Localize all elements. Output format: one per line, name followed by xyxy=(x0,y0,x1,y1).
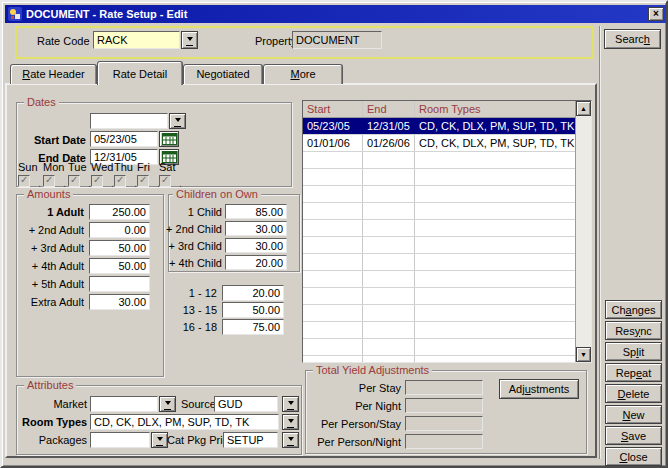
age-13-15-label: 13 - 15 xyxy=(166,304,217,317)
season-code-dropdown-icon[interactable] xyxy=(169,113,186,129)
table-row-empty[interactable] xyxy=(303,203,575,220)
amounts-group-title: Amounts xyxy=(24,188,73,200)
adjustments-button[interactable]: Adjustments xyxy=(499,379,579,399)
table-row-empty[interactable] xyxy=(303,220,575,237)
source-dropdown-icon[interactable] xyxy=(282,396,299,412)
tab-rate-header[interactable]: Rate Header xyxy=(10,64,97,84)
per-stay-label: Per Stay xyxy=(304,382,401,395)
scroll-down-icon[interactable]: ▼ xyxy=(576,347,591,362)
amounts-5th-adult-label: + 5th Adult xyxy=(12,278,84,291)
day-fri-checkbox[interactable] xyxy=(137,175,149,187)
new-button[interactable]: New xyxy=(605,405,662,424)
day-wed-checkbox[interactable] xyxy=(91,175,103,187)
table-row-empty[interactable] xyxy=(303,271,575,288)
yield-group-title: Total Yield Adjustments xyxy=(313,364,432,376)
children-group-title: Children on Own xyxy=(173,188,261,200)
close-button[interactable]: Close xyxy=(605,447,662,466)
per-person-night-label: Per Person/Night xyxy=(304,436,401,449)
amounts-1-adult-field[interactable] xyxy=(89,204,150,220)
source-label: Source xyxy=(181,398,216,411)
rate-code-field[interactable] xyxy=(93,31,180,49)
amounts-1-adult-label: 1 Adult xyxy=(12,206,84,219)
table-row-selected[interactable]: 05/23/05 12/31/05 CD, CK, DLX, PM, SUP, … xyxy=(303,118,575,135)
amounts-5th-adult-field[interactable] xyxy=(89,276,150,292)
source-field[interactable] xyxy=(214,396,278,412)
start-date-field[interactable] xyxy=(90,131,158,147)
rate-code-dropdown-icon[interactable] xyxy=(181,31,198,49)
children-4th-child-label: + 4th Child xyxy=(166,257,222,270)
column-start: Start xyxy=(303,101,363,117)
attributes-group-title: Attributes xyxy=(24,379,76,391)
age-16-18-field[interactable] xyxy=(222,319,284,335)
amounts-2nd-adult-field[interactable] xyxy=(89,222,150,238)
room-types-dropdown-icon[interactable] xyxy=(282,414,299,430)
tab-more[interactable]: More xyxy=(263,64,343,84)
day-mon-checkbox[interactable] xyxy=(43,175,55,187)
amounts-4th-adult-field[interactable] xyxy=(89,258,150,274)
table-row-empty[interactable] xyxy=(303,169,575,186)
children-4th-child-field[interactable] xyxy=(225,255,287,270)
delete-button[interactable]: Delete xyxy=(605,384,662,403)
day-tue-checkbox[interactable] xyxy=(68,175,80,187)
table-row-empty[interactable] xyxy=(303,288,575,305)
day-thu-checkbox[interactable] xyxy=(114,175,126,187)
split-button[interactable]: Split xyxy=(605,342,662,361)
rate-seasons-table: Start End Room Types 05/23/05 12/31/05 C… xyxy=(302,100,592,363)
resync-button[interactable]: Resync xyxy=(605,321,662,340)
table-row-empty[interactable] xyxy=(303,305,575,322)
column-end: End xyxy=(363,101,415,117)
per-person-stay-field xyxy=(405,416,483,431)
age-16-18-label: 16 - 18 xyxy=(166,321,217,334)
property-field xyxy=(292,31,382,49)
season-code-field[interactable] xyxy=(90,113,168,129)
cat-pkg-price-field[interactable] xyxy=(223,432,278,448)
children-1-child-label: 1 Child xyxy=(166,206,222,219)
room-types-field[interactable] xyxy=(90,414,279,430)
cat-pkg-price-dropdown-icon[interactable] xyxy=(282,432,299,448)
age-1-12-field[interactable] xyxy=(222,285,284,301)
day-sat-checkbox[interactable] xyxy=(159,175,171,187)
changes-button[interactable]: Changes xyxy=(605,300,662,319)
table-row-empty[interactable] xyxy=(303,322,575,339)
tab-negotiated[interactable]: Negotiated xyxy=(183,64,263,84)
age-13-15-field[interactable] xyxy=(222,302,284,318)
packages-field[interactable] xyxy=(90,432,150,448)
tab-rate-detail[interactable]: Rate Detail xyxy=(97,61,183,85)
scroll-up-icon[interactable]: ▲ xyxy=(576,101,591,116)
amounts-3rd-adult-label: + 3rd Adult xyxy=(12,242,84,255)
table-row-empty[interactable] xyxy=(303,186,575,203)
table-row-empty[interactable] xyxy=(303,152,575,169)
table-row[interactable]: 01/01/06 01/26/06 CD, CK, DLX, PM, SUP, … xyxy=(303,135,575,152)
amounts-2nd-adult-label: + 2nd Adult xyxy=(12,224,84,237)
table-row-empty[interactable] xyxy=(303,237,575,254)
packages-label: Packages xyxy=(22,434,87,447)
table-header: Start End Room Types xyxy=(303,101,575,118)
close-icon[interactable]: × xyxy=(648,7,664,21)
right-panel-divider xyxy=(599,26,601,459)
children-2nd-child-field[interactable] xyxy=(225,221,287,236)
children-3rd-child-label: + 3rd Child xyxy=(166,240,222,253)
repeat-button[interactable]: Repeat xyxy=(605,363,662,382)
start-date-calendar-icon[interactable] xyxy=(159,131,179,147)
search-button[interactable]: Search xyxy=(604,29,661,49)
day-sat: Sat xyxy=(159,161,185,187)
table-row-empty[interactable] xyxy=(303,254,575,271)
amounts-extra-adult-field[interactable] xyxy=(89,294,150,310)
amounts-3rd-adult-field[interactable] xyxy=(89,240,150,256)
packages-dropdown-icon[interactable] xyxy=(151,432,168,448)
titlebar: DOCUMENT - Rate Setup - Edit × xyxy=(5,5,667,23)
day-sun-checkbox[interactable] xyxy=(18,175,30,187)
market-field[interactable] xyxy=(90,396,158,412)
per-person-stay-label: Per Person/Stay xyxy=(304,418,401,431)
table-row-empty[interactable] xyxy=(303,356,575,363)
children-1-child-field[interactable] xyxy=(225,204,287,219)
children-2nd-child-label: + 2nd Child xyxy=(166,223,222,236)
app-icon xyxy=(8,7,22,21)
children-3rd-child-field[interactable] xyxy=(225,238,287,253)
property-label: Property xyxy=(255,35,297,48)
table-scrollbar[interactable]: ▲ ▼ xyxy=(575,101,591,362)
market-dropdown-icon[interactable] xyxy=(159,396,176,412)
save-button[interactable]: Save xyxy=(605,426,662,445)
amounts-extra-adult-label: Extra Adult xyxy=(12,296,84,309)
table-row-empty[interactable] xyxy=(303,339,575,356)
